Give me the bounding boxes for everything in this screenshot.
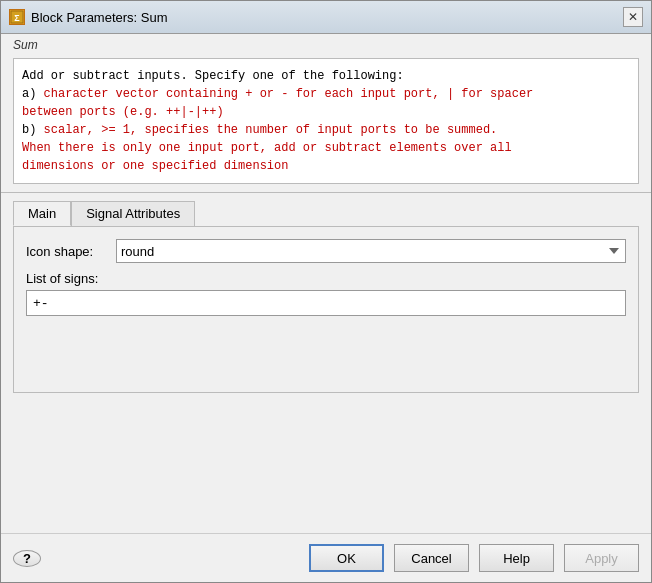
window-title: Block Parameters: Sum <box>31 10 168 25</box>
help-area: ? <box>13 550 53 567</box>
desc-line6: dimensions or one specified dimension <box>22 157 630 175</box>
desc-line4: b) scalar, >= 1, specifies the number of… <box>22 121 630 139</box>
help-button[interactable]: Help <box>479 544 554 572</box>
tab-main[interactable]: Main <box>13 201 71 226</box>
list-of-signs-input[interactable] <box>26 290 626 316</box>
tab-content-main: Icon shape: round rectangular List of si… <box>13 226 639 393</box>
tab-signal-attributes[interactable]: Signal Attributes <box>71 201 195 226</box>
description-area: Add or subtract inputs. Specify one of t… <box>13 58 639 184</box>
cancel-button[interactable]: Cancel <box>394 544 469 572</box>
button-group: OK Cancel Help Apply <box>63 544 639 572</box>
svg-text:Σ: Σ <box>14 13 20 23</box>
help-circle-button[interactable]: ? <box>13 550 41 567</box>
close-button[interactable]: ✕ <box>623 7 643 27</box>
desc-line1: Add or subtract inputs. Specify one of t… <box>22 67 630 85</box>
button-bar: ? OK Cancel Help Apply <box>1 533 651 582</box>
ok-button[interactable]: OK <box>309 544 384 572</box>
window-icon: Σ <box>9 9 25 25</box>
desc-line2: a) character vector containing + or - fo… <box>22 85 630 103</box>
icon-shape-select[interactable]: round rectangular <box>116 239 626 263</box>
spacer <box>1 393 651 534</box>
desc-line5: When there is only one input port, add o… <box>22 139 630 157</box>
list-of-signs-section: List of signs: <box>26 271 626 316</box>
tabs-area: Main Signal Attributes <box>1 193 651 226</box>
tabs: Main Signal Attributes <box>13 201 639 226</box>
title-bar: Σ Block Parameters: Sum ✕ <box>1 1 651 34</box>
title-bar-left: Σ Block Parameters: Sum <box>9 9 168 25</box>
dialog-window: Σ Block Parameters: Sum ✕ Sum Add or sub… <box>0 0 652 583</box>
icon-shape-row: Icon shape: round rectangular <box>26 239 626 263</box>
desc-line3: between ports (e.g. ++|-|++) <box>22 103 630 121</box>
icon-shape-label: Icon shape: <box>26 244 116 259</box>
block-name: Sum <box>1 34 651 54</box>
list-of-signs-label: List of signs: <box>26 271 626 286</box>
apply-button[interactable]: Apply <box>564 544 639 572</box>
